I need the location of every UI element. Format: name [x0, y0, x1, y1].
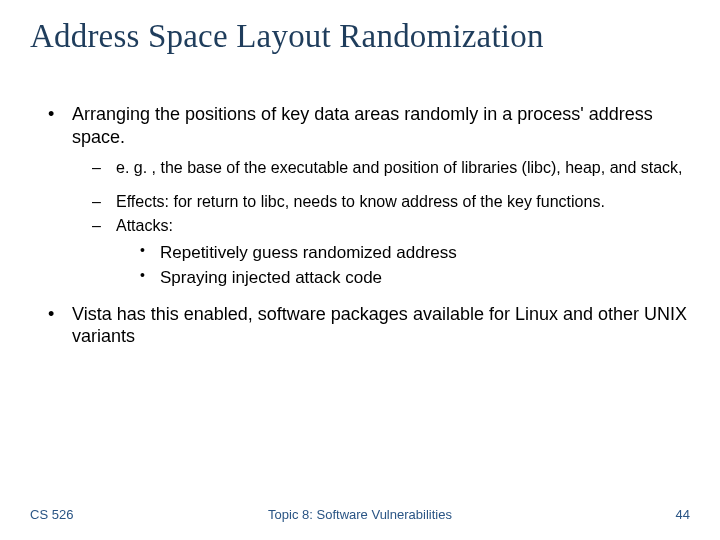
bullet-attacks-text: Attacks: — [116, 217, 173, 234]
bullet-effects: Effects: for return to libc, needs to kn… — [92, 192, 690, 212]
slide-body: Arranging the positions of key data area… — [30, 103, 690, 348]
bullet-vista-text: Vista has this enabled, software package… — [72, 304, 687, 347]
bullet-attack-guess-text: Repetitively guess randomized address — [160, 243, 457, 262]
bullet-attacks: Attacks: Repetitively guess randomized a… — [92, 216, 690, 289]
bullet-arranging: Arranging the positions of key data area… — [48, 103, 690, 289]
bullet-attack-guess: Repetitively guess randomized address — [140, 242, 690, 263]
slide-footer: CS 526 Topic 8: Software Vulnerabilities… — [30, 507, 690, 522]
footer-page-number: 44 — [676, 507, 690, 522]
footer-course: CS 526 — [30, 507, 73, 522]
bullet-attack-spray: Spraying injected attack code — [140, 267, 690, 288]
bullet-effects-text: Effects: for return to libc, needs to kn… — [116, 193, 605, 210]
slide-title: Address Space Layout Randomization — [30, 18, 690, 55]
bullet-eg-text: e. g. , the base of the executable and p… — [116, 159, 683, 176]
bullet-eg: e. g. , the base of the executable and p… — [92, 158, 690, 178]
footer-topic: Topic 8: Software Vulnerabilities — [268, 507, 452, 522]
bullet-vista: Vista has this enabled, software package… — [48, 303, 690, 348]
bullet-attack-spray-text: Spraying injected attack code — [160, 268, 382, 287]
bullet-arranging-text: Arranging the positions of key data area… — [72, 104, 653, 147]
